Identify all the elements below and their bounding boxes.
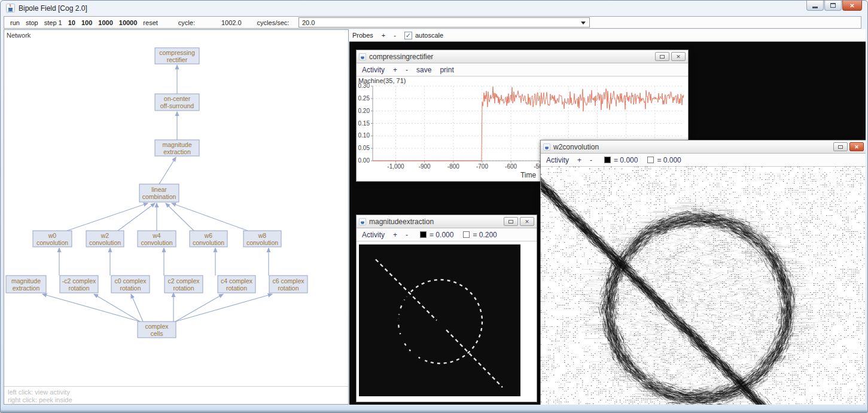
network-node-magnitude-extraction-low[interactable]: magnitudeextraction: [6, 276, 46, 293]
window-titlebar[interactable]: compressingrectifier ✕: [357, 50, 688, 63]
x-tick-label: -900: [419, 163, 431, 170]
network-edge: [159, 157, 176, 184]
close-button[interactable]: ✕: [671, 52, 686, 61]
close-button[interactable]: ✕: [842, 1, 862, 11]
menu-zoom-in[interactable]: +: [577, 156, 581, 164]
network-node-label: rotation: [278, 284, 299, 292]
network-node-w6-convolution[interactable]: w6convolution: [190, 231, 227, 247]
java-app-icon: [6, 4, 15, 13]
network-node-c6-complex-rotation[interactable]: c6 complexrotation: [269, 276, 307, 293]
network-edge: [67, 203, 148, 231]
network-node-label: compressing: [159, 49, 195, 56]
probes-zoom-out-button[interactable]: -: [394, 32, 396, 39]
network-edge: [166, 203, 194, 231]
network-node-compressing-rectifier[interactable]: compressingrectifier: [155, 48, 199, 64]
titlebar[interactable]: Bipole Field [Cog 2.0] ✕: [1, 1, 867, 16]
min-value-swatch: [420, 231, 427, 238]
network-node-on-center-off-surround[interactable]: on-centeroff-surround: [155, 94, 199, 111]
close-button[interactable]: ✕: [849, 142, 864, 151]
hint-right-click: right click: peek inside: [8, 396, 348, 404]
minimize-button[interactable]: [504, 217, 518, 226]
network-node-label: off-surround: [160, 102, 194, 109]
autoscale-checkbox[interactable]: ✓: [404, 32, 412, 39]
step-10-button[interactable]: 10: [68, 19, 75, 26]
network-edge: [42, 294, 140, 322]
minimize-icon: [660, 55, 665, 59]
network-node-w4-convolution[interactable]: w4convolution: [138, 231, 176, 247]
y-tick-label: 0.20: [358, 108, 370, 114]
maximize-button[interactable]: [824, 1, 842, 11]
step-10000-button[interactable]: 10000: [119, 19, 138, 26]
network-node-w2-convolution[interactable]: w2convolution: [86, 231, 124, 247]
network-node-c2-complex-rotation[interactable]: c2 complexrotation: [165, 276, 203, 293]
frames-per-sec-select[interactable]: 20.0: [299, 17, 590, 27]
x-tick-label: -700: [476, 163, 488, 170]
menu-activity[interactable]: Activity: [362, 231, 385, 239]
window-title: w2convolution: [553, 143, 832, 151]
network-node-label: convolution: [36, 239, 68, 246]
menu-print[interactable]: print: [440, 66, 453, 74]
network-node-w0-convolution[interactable]: w0convolution: [33, 231, 72, 247]
network-node-label: magnitude: [11, 277, 41, 284]
menu-zoom-out[interactable]: -: [406, 66, 408, 74]
probes-title: Probes: [352, 32, 373, 39]
max-value-label: = 0.200: [473, 231, 497, 239]
network-node-label: complex: [145, 323, 169, 330]
probes-canvas-area: compressingrectifier ✕ Activity + - save…: [349, 42, 866, 405]
minimize-button[interactable]: [655, 52, 669, 61]
minimize-button[interactable]: [833, 142, 848, 151]
network-node-label: extraction: [163, 148, 191, 155]
menu-activity[interactable]: Activity: [546, 156, 569, 164]
network-node-neg-c2-complex-rotation[interactable]: -c2 complexrotation: [60, 276, 98, 293]
stop-button[interactable]: stop: [26, 19, 38, 26]
menu-zoom-in[interactable]: +: [393, 231, 397, 239]
menu-zoom-out[interactable]: -: [406, 231, 408, 239]
step-1000-button[interactable]: 1000: [98, 19, 112, 26]
network-node-w8-convolution[interactable]: w8convolution: [243, 231, 281, 247]
network-node-magnitude-extraction-top[interactable]: magnitudeextraction: [155, 140, 199, 156]
menu-zoom-in[interactable]: +: [393, 66, 397, 74]
frames-per-sec-value: 20.0: [302, 19, 315, 26]
vector-field-area: [541, 167, 866, 405]
window-menubar: Activity + - = 0.000 = 0.200: [357, 228, 537, 241]
window-titlebar[interactable]: magnitudeextraction ✕: [357, 215, 537, 228]
app-window: Bipole Field [Cog 2.0] ✕ run stop step 1…: [0, 0, 868, 413]
network-node-c4-complex-rotation[interactable]: c4 complexrotation: [218, 276, 255, 293]
network-node-label: c2 complex: [167, 277, 200, 284]
reset-button[interactable]: reset: [143, 19, 157, 26]
y-tick-label: 0.10: [358, 132, 370, 139]
window-titlebar[interactable]: w2convolution ✕: [541, 140, 866, 154]
network-node-label: rotation: [173, 284, 194, 292]
probes-zoom-in-button[interactable]: +: [382, 32, 385, 39]
network-node-label: linear: [151, 186, 167, 193]
menu-save[interactable]: save: [416, 66, 431, 74]
network-node-c0-complex-rotation[interactable]: c0 complexrotation: [111, 276, 150, 293]
probe-window-magnitudeextraction: magnitudeextraction ✕ Activity + - = 0.0…: [356, 215, 537, 402]
network-diagram: compressingrectifieron-centeroff-surroun…: [4, 30, 348, 404]
step-100-button[interactable]: 100: [81, 19, 92, 26]
network-node-label: w6: [204, 232, 213, 239]
network-node-label: extraction: [13, 284, 40, 292]
close-icon: ✕: [676, 54, 681, 60]
run-button[interactable]: run: [10, 19, 20, 26]
cycles-per-sec-label: cycles/sec:: [257, 19, 290, 26]
autoscale-label[interactable]: autoscale: [415, 32, 443, 39]
menu-activity[interactable]: Activity: [362, 66, 385, 74]
probe-window-w2convolution: w2convolution ✕ Activity + - = 0.000 = 0…: [540, 140, 866, 405]
max-value-label: = 0.000: [657, 156, 681, 164]
minimize-button[interactable]: [806, 1, 824, 11]
network-node-label: convolution: [193, 239, 224, 246]
vector-field-image: [541, 167, 866, 405]
x-tick-label: -800: [447, 163, 459, 170]
network-panel: Network compressingrectifieron-centeroff…: [4, 29, 349, 405]
network-node-linear-combination[interactable]: linearcombination: [139, 184, 179, 202]
close-button[interactable]: ✕: [520, 217, 534, 226]
menu-zoom-out[interactable]: -: [590, 156, 592, 164]
network-node-label: convolution: [246, 239, 278, 246]
network-node-complex-cells[interactable]: complexcells: [138, 322, 176, 338]
image-background: [359, 244, 520, 396]
network-node-label: on-center: [164, 95, 191, 102]
network-edge: [172, 203, 248, 231]
step-1-button[interactable]: step 1: [44, 19, 62, 26]
network-edge: [175, 294, 223, 322]
